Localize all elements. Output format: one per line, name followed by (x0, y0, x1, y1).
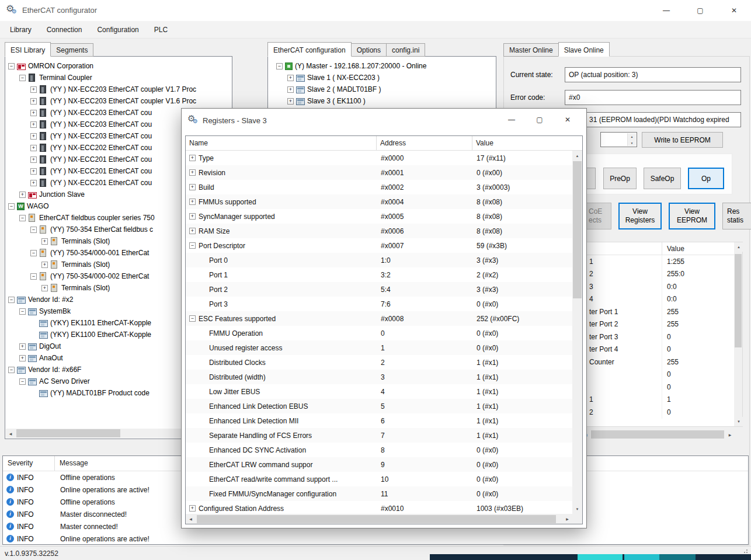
expand-icon[interactable]: + (189, 184, 196, 190)
scroll-down-button[interactable]: ▼ (572, 504, 582, 514)
scroll-up-button[interactable]: ▲ (734, 242, 743, 252)
register-row[interactable]: Separate Handling of FCS Errors71 (#x1) (186, 428, 572, 443)
register-row[interactable]: EtherCAT LRW command suppor90 (#x0) (186, 457, 572, 472)
register-row[interactable]: Port 25:43 (#x3) (186, 282, 572, 297)
register-row[interactable]: Port 13:22 (#x2) (186, 267, 572, 282)
view-eeprom-button[interactable]: ViewEEPROM (669, 203, 715, 229)
menu-connection[interactable]: Connection (39, 22, 90, 38)
tree-item[interactable]: +Slave 3 ( EK1100 ) (274, 95, 495, 107)
expand-icon[interactable]: + (19, 192, 26, 198)
scroll-right-button[interactable]: ▶ (562, 514, 572, 524)
collapse-icon[interactable]: − (19, 378, 26, 385)
expand-icon[interactable]: + (287, 75, 294, 81)
tree-item[interactable]: +Slave 1 ( NX-ECC203 ) (274, 72, 495, 84)
tab-options[interactable]: Options (351, 43, 387, 57)
tree-item[interactable]: −Terminal Coupler (6, 72, 231, 84)
expand-icon[interactable]: + (30, 98, 37, 105)
collapse-icon[interactable]: − (8, 297, 15, 303)
collapse-icon[interactable]: − (30, 273, 37, 280)
tab-master-online[interactable]: Master Online (503, 43, 559, 57)
expand-icon[interactable]: + (189, 505, 196, 512)
log-column-severity[interactable]: Severity (3, 456, 55, 471)
state-button-preop[interactable]: PreOp (603, 168, 637, 189)
tree-item[interactable]: +Slave 2 ( MADLT01BF ) (274, 84, 495, 95)
expand-icon[interactable]: + (30, 145, 37, 151)
state-button-op[interactable]: Op (688, 168, 724, 189)
titlebar[interactable]: ⚙ ⚙ EtherCAT configurator — ▢ ✕ (0, 0, 751, 21)
eeprom-address-spinner[interactable]: ▲ ▼ (600, 132, 637, 147)
column-header-name[interactable]: Name (186, 136, 377, 150)
horizontal-scrollbar[interactable]: ◀ ▶ (581, 430, 735, 439)
register-row[interactable]: −Port Descriptor#x000759 (#x3B) (186, 238, 572, 253)
collapse-icon[interactable]: − (8, 203, 15, 210)
expand-icon[interactable]: + (189, 169, 196, 176)
scroll-left-button[interactable]: ◀ (186, 514, 196, 524)
scroll-right-button[interactable]: ▶ (725, 430, 735, 439)
menu-configuration[interactable]: Configuration (89, 22, 146, 38)
register-row[interactable]: FMMU Operation00 (#x0) (186, 326, 572, 340)
register-row[interactable]: Low Jitter EBUS41 (#x1) (186, 384, 572, 399)
register-row[interactable]: +FMMUs supported#x00048 (#x08) (186, 194, 572, 209)
tab-esi-library[interactable]: ESI Library (5, 42, 51, 57)
scrollbar-thumb[interactable] (573, 161, 582, 298)
spinner-up-button[interactable]: ▲ (628, 133, 636, 140)
minimize-button[interactable]: — (649, 0, 683, 21)
error-code-field[interactable]: #x0 (565, 90, 741, 105)
register-row[interactable]: Port 01:03 (#x3) (186, 253, 572, 267)
expand-icon[interactable]: + (30, 168, 37, 175)
tree-item[interactable]: −(Y) Master - 192.168.1.207:20000 - Onli… (274, 60, 495, 72)
spinner-down-button[interactable]: ▼ (628, 140, 636, 146)
register-row[interactable]: Enhanced DC SYNC Activation80 (#x0) (186, 443, 572, 457)
scroll-up-button[interactable]: ▲ (572, 151, 582, 161)
expand-icon[interactable]: + (41, 262, 48, 268)
dialog-close-button[interactable]: ✕ (554, 110, 582, 130)
collapse-icon[interactable]: − (30, 250, 37, 256)
register-row[interactable]: +SyncManager supported#x00058 (#x08) (186, 209, 572, 224)
write-to-eeprom-button[interactable]: Write to EEPROM (642, 132, 723, 148)
expand-icon[interactable]: + (287, 86, 294, 93)
scroll-left-button[interactable]: ◀ (6, 429, 15, 438)
menu-plc[interactable]: PLC (147, 22, 175, 38)
maximize-button[interactable]: ▢ (683, 0, 717, 21)
expand-icon[interactable]: + (287, 98, 294, 105)
expand-icon[interactable]: + (30, 86, 37, 93)
menu-library[interactable]: Library (2, 22, 39, 38)
current-state-field[interactable]: OP (actual position: 3) (565, 67, 741, 82)
register-row[interactable]: Unused register access10 (#x0) (186, 340, 572, 355)
collapse-icon[interactable]: − (8, 367, 15, 373)
expand-icon[interactable]: + (189, 213, 196, 220)
collapse-icon[interactable]: − (30, 227, 37, 233)
column-header-value[interactable]: Value (472, 136, 582, 150)
expand-icon[interactable]: + (30, 110, 37, 116)
register-row[interactable]: Enhanced Link Detection EBUS51 (#x1) (186, 399, 572, 413)
collapse-icon[interactable]: − (19, 75, 26, 81)
register-row[interactable]: +Type#x000017 (#x11) (186, 151, 572, 165)
scrollbar-thumb[interactable] (591, 430, 724, 439)
collapse-icon[interactable]: − (19, 308, 26, 315)
tree-item[interactable]: +(YY ) NX-ECC203 EtherCAT coupler V1.6 P… (6, 95, 231, 107)
collapse-icon[interactable]: − (189, 242, 196, 249)
register-row[interactable]: +RAM Size#x00068 (#x08) (186, 224, 572, 238)
tree-item[interactable]: +(YY ) NX-ECC203 EtherCAT coupler V1.7 P… (6, 84, 231, 95)
state-button-safeop[interactable]: SafeOp (644, 168, 681, 189)
expand-icon[interactable]: + (41, 285, 48, 291)
dialog-titlebar[interactable]: ⚙ ⚙ Registers - Slave 3 — ▢ ✕ (182, 109, 586, 132)
column-header-address[interactable]: Address (377, 136, 472, 150)
log-row[interactable]: iINFOOnline operations are active! (3, 533, 748, 545)
register-row[interactable]: +Revision#x00010 (#x00) (186, 165, 572, 180)
vertical-scrollbar[interactable]: ▲ ▼ (734, 242, 742, 426)
scrollbar-thumb[interactable] (197, 515, 556, 523)
collapse-icon[interactable]: − (276, 63, 283, 69)
register-row[interactable]: Enhanced Link Detection MII61 (#x1) (186, 413, 572, 428)
register-row[interactable]: Distributed Clocks21 (#x1) (186, 355, 572, 370)
tab-ethercat-configuration[interactable]: EtherCAT configuration (267, 42, 352, 57)
scrollbar-track[interactable] (196, 514, 562, 524)
register-row[interactable]: Port 37:60 (#x0) (186, 297, 572, 311)
dialog-minimize-button[interactable]: — (498, 110, 526, 130)
expand-icon[interactable]: + (41, 238, 48, 245)
register-row[interactable]: EtherCAT read/write command support ...1… (186, 472, 572, 486)
expand-icon[interactable]: + (189, 228, 196, 234)
register-row[interactable]: +Build#x00023 (#x0003) (186, 180, 572, 194)
expand-icon[interactable]: + (30, 133, 37, 140)
collapse-icon[interactable]: − (189, 315, 196, 322)
